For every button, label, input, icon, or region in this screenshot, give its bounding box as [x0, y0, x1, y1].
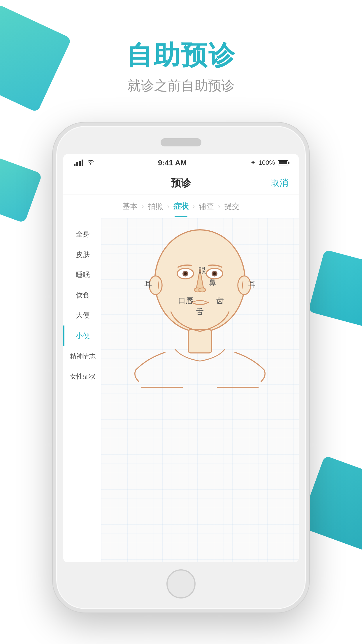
status-left [74, 159, 94, 167]
status-bar: 9:41 AM ✦ 100% [63, 154, 299, 172]
svg-rect-4 [188, 330, 212, 353]
signal-bar-3 [79, 161, 81, 166]
svg-point-9 [184, 272, 187, 275]
svg-point-12 [213, 272, 216, 275]
sidebar-item-xiaobian[interactable]: 小便 [63, 326, 101, 346]
status-right: ✦ 100% [250, 159, 288, 167]
svg-text:齿: 齿 [216, 296, 224, 305]
sidebar-item-nvxing[interactable]: 女性症状 [63, 366, 101, 386]
svg-point-0 [90, 163, 92, 165]
sidebar-item-yinshi[interactable]: 饮食 [63, 285, 101, 305]
sidebar-item-pifu[interactable]: 皮肤 [63, 244, 101, 265]
step-basic[interactable]: 基本 [122, 201, 138, 211]
left-sidebar: 全身 皮肤 睡眠 饮食 大便 小便 [63, 218, 101, 562]
phone-frame: 9:41 AM ✦ 100% 预诊 取消 基本 › [53, 123, 309, 612]
page-subtitle: 就诊之前自助预诊 [0, 77, 362, 95]
signal-bar-4 [82, 160, 83, 166]
svg-text:耳: 耳 [248, 280, 256, 288]
svg-text:舌: 舌 [196, 307, 204, 316]
sidebar-item-dabian[interactable]: 大便 [63, 305, 101, 326]
body-area: 全身 皮肤 睡眠 饮食 大便 小便 [63, 218, 299, 562]
svg-text:眼: 眼 [198, 266, 206, 275]
signal-bar-2 [76, 162, 78, 166]
steps-bar: 基本 › 拍照 › 症状 › 辅查 › 提交 [63, 195, 299, 218]
step-arrow-1: › [142, 203, 144, 210]
battery-percent: 100% [259, 159, 275, 167]
nav-bar: 预诊 取消 [63, 172, 299, 195]
step-symptoms[interactable]: 症状 [173, 201, 189, 211]
signal-bar-1 [74, 164, 75, 166]
sidebar-item-jingshen[interactable]: 精神情志 [63, 346, 101, 366]
step-submit[interactable]: 提交 [224, 201, 240, 211]
page-header: 自助预诊 就诊之前自助预诊 [0, 41, 362, 95]
step-photo[interactable]: 拍照 [148, 201, 163, 211]
signal-bars [74, 160, 83, 166]
svg-text:口唇: 口唇 [178, 296, 193, 305]
svg-point-14 [199, 288, 206, 292]
battery-fill [279, 161, 287, 164]
page-main-title: 自助预诊 [0, 41, 362, 70]
phone-mockup: 9:41 AM ✦ 100% 预诊 取消 基本 › [53, 123, 309, 612]
step-arrow-3: › [193, 203, 195, 210]
status-time: 9:41 AM [158, 158, 187, 167]
sidebar-item-shuimian[interactable]: 睡眠 [63, 265, 101, 285]
deco-shape-left-mid [0, 156, 42, 223]
step-arrow-2: › [167, 203, 169, 210]
sidebar-item-quanshen[interactable]: 全身 [63, 224, 101, 244]
phone-home-button[interactable] [166, 569, 196, 598]
diagram-area: 眼 耳 耳 鼻 口唇 齿 舌 [101, 218, 299, 562]
svg-text:耳: 耳 [144, 280, 152, 288]
phone-speaker [161, 138, 201, 146]
bluetooth-icon: ✦ [250, 159, 256, 167]
face-diagram: 眼 耳 耳 鼻 口唇 齿 舌 [124, 224, 276, 424]
phone-screen: 9:41 AM ✦ 100% 预诊 取消 基本 › [63, 154, 299, 562]
step-arrow-4: › [218, 203, 220, 210]
battery-icon [278, 160, 288, 165]
svg-text:鼻: 鼻 [209, 278, 216, 287]
deco-shape-right-mid [308, 249, 362, 328]
nav-cancel-button[interactable]: 取消 [271, 177, 288, 189]
step-exam[interactable]: 辅查 [199, 201, 214, 211]
wifi-icon [87, 159, 94, 167]
nav-title: 预诊 [171, 176, 191, 190]
